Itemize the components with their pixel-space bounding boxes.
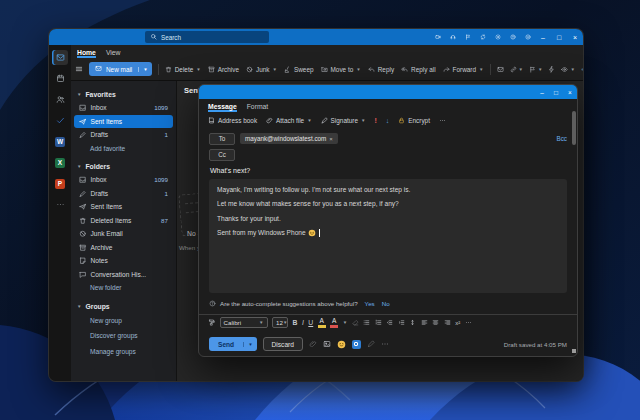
send-dropdown[interactable]: ▼: [243, 342, 256, 347]
indent-button[interactable]: [398, 319, 405, 326]
encrypt-button[interactable]: Encrypt: [398, 117, 430, 124]
sidebar-item-archive[interactable]: Archive: [74, 241, 173, 255]
hamburger-menu-icon[interactable]: [75, 65, 83, 73]
more-button[interactable]: [381, 340, 389, 348]
flag-icon[interactable]: [460, 29, 475, 45]
archive-button[interactable]: Archive: [208, 66, 239, 73]
rail-item-powerpoint[interactable]: P: [52, 176, 68, 191]
more-button[interactable]: [465, 319, 472, 326]
sidebar-item-inbox[interactable]: Inbox1099: [74, 173, 173, 187]
sidebar-item-add-favorite[interactable]: Add favorite: [74, 142, 173, 156]
gear-icon[interactable]: [490, 29, 505, 45]
font-color-button[interactable]: A: [330, 318, 338, 328]
sidebar-section-groups[interactable]: ▼Groups: [71, 300, 176, 313]
cc-button[interactable]: Cc: [209, 149, 235, 161]
loop-component-button[interactable]: [352, 340, 361, 349]
ribbon-tab-home[interactable]: Home: [77, 49, 96, 58]
delete-button[interactable]: Delete▼: [165, 66, 201, 73]
address-book-button[interactable]: Address book: [208, 117, 257, 124]
headset-icon[interactable]: [445, 29, 460, 45]
compose-close-button[interactable]: ×: [563, 85, 577, 99]
rail-item-calendar[interactable]: [52, 71, 68, 86]
compose-minimize-button[interactable]: –: [535, 85, 549, 99]
feedback-icon[interactable]: [520, 29, 535, 45]
camera-icon[interactable]: [430, 29, 445, 45]
sidebar-item-inbox[interactable]: Inbox1099: [74, 101, 173, 115]
message-body-editor[interactable]: Mayank, I'm writing to follow up. I'm no…: [209, 179, 567, 293]
sidebar-item-drafts[interactable]: Drafts1: [74, 128, 173, 142]
outdent-button[interactable]: [386, 319, 393, 326]
bcc-link[interactable]: Bcc: [557, 135, 568, 142]
envelope-button[interactable]: [497, 66, 504, 73]
sidebar-item-drafts[interactable]: Drafts1: [74, 187, 173, 201]
importance-low-button[interactable]: ↓: [386, 117, 390, 124]
signature-button[interactable]: Signature▼: [321, 117, 366, 124]
compose-maximize-button[interactable]: □: [549, 85, 563, 99]
autocomplete-yes-link[interactable]: Yes: [365, 300, 375, 307]
underline-button[interactable]: U: [308, 319, 313, 326]
subject-field[interactable]: What's next?: [209, 164, 567, 179]
compose-tab-message[interactable]: Message: [208, 103, 237, 112]
spacing-button[interactable]: [409, 319, 416, 326]
sidebar-section-favorites[interactable]: ▼Favorites: [71, 88, 176, 101]
rail-item-todo[interactable]: [52, 113, 68, 128]
recipient-chip[interactable]: mayank@windowslatest.com ×: [240, 133, 338, 144]
flag-button[interactable]: ▼: [529, 66, 542, 73]
scrollbar-down-arrow[interactable]: [572, 349, 576, 353]
new-mail-dropdown[interactable]: ▼: [138, 67, 151, 72]
font-size-select[interactable]: 12▼: [272, 317, 288, 328]
sidebar-item-discover-groups[interactable]: Discover groups: [74, 328, 173, 344]
discard-button[interactable]: Discard: [263, 337, 303, 351]
sidebar-item-new-folder[interactable]: New folder: [74, 281, 173, 295]
forward-button[interactable]: Forward▼: [443, 66, 484, 73]
sidebar-item-junk-email[interactable]: Junk Email: [74, 227, 173, 241]
italic-button[interactable]: I: [302, 319, 304, 326]
close-button[interactable]: ×: [567, 29, 583, 45]
align-right-button[interactable]: [444, 319, 451, 326]
image-button[interactable]: [323, 340, 331, 348]
search-input[interactable]: Search: [145, 31, 269, 43]
zap-button[interactable]: [548, 66, 555, 73]
sidebar-item-sent-items[interactable]: Sent Items: [74, 200, 173, 214]
numbering-button[interactable]: [375, 319, 382, 326]
sweep-button[interactable]: Sweep: [284, 66, 314, 73]
sidebar-item-manage-groups[interactable]: Manage groups: [74, 344, 173, 360]
to-button[interactable]: To: [209, 133, 235, 145]
superscript-button[interactable]: x²: [455, 320, 460, 326]
new-mail-button[interactable]: New mail ▼: [89, 62, 152, 76]
autocomplete-no-link[interactable]: No: [382, 300, 390, 307]
painter-button[interactable]: [208, 319, 215, 326]
rail-item-people[interactable]: [52, 92, 68, 107]
eye-button[interactable]: ▼: [561, 66, 574, 73]
reply-button[interactable]: Reply: [368, 66, 394, 73]
draw-button[interactable]: [367, 340, 375, 348]
paperclip-button[interactable]: [309, 340, 317, 348]
align-center-button[interactable]: [432, 319, 439, 326]
sync-icon[interactable]: [475, 29, 490, 45]
reply-all-button[interactable]: Reply all: [401, 66, 436, 73]
highlight-button[interactable]: A: [318, 318, 326, 328]
bullets-button[interactable]: [363, 319, 370, 326]
sidebar-section-folders[interactable]: ▼Folders: [71, 160, 176, 173]
link-button[interactable]: ▼: [510, 66, 523, 73]
sidebar-item-conversation-his-[interactable]: Conversation His...: [74, 268, 173, 282]
importance-high-button[interactable]: !: [374, 117, 376, 124]
maximize-button[interactable]: □: [551, 29, 567, 45]
move-to-button[interactable]: Move to▼: [321, 66, 361, 73]
bold-button[interactable]: B: [293, 319, 298, 326]
ribbon-tab-view[interactable]: View: [106, 49, 121, 58]
more-button[interactable]: [439, 117, 446, 124]
sidebar-item-deleted-items[interactable]: Deleted Items87: [74, 214, 173, 228]
compose-tab-format[interactable]: Format: [247, 103, 269, 112]
help-icon[interactable]: [505, 29, 520, 45]
font-family-select[interactable]: Calibri▼: [220, 317, 268, 328]
sidebar-item-new-group[interactable]: New group: [74, 313, 173, 329]
emoji-button[interactable]: [337, 340, 346, 349]
rail-item-excel[interactable]: X: [52, 155, 68, 170]
junk-button[interactable]: Junk▼: [246, 66, 277, 73]
rail-item-word[interactable]: W: [52, 134, 68, 149]
attach-file-button[interactable]: Attach file▼: [266, 117, 312, 124]
sidebar-item-sent-items[interactable]: Sent Items: [74, 115, 173, 129]
tag-button[interactable]: ▼: [581, 66, 583, 73]
minimize-button[interactable]: –: [535, 29, 551, 45]
